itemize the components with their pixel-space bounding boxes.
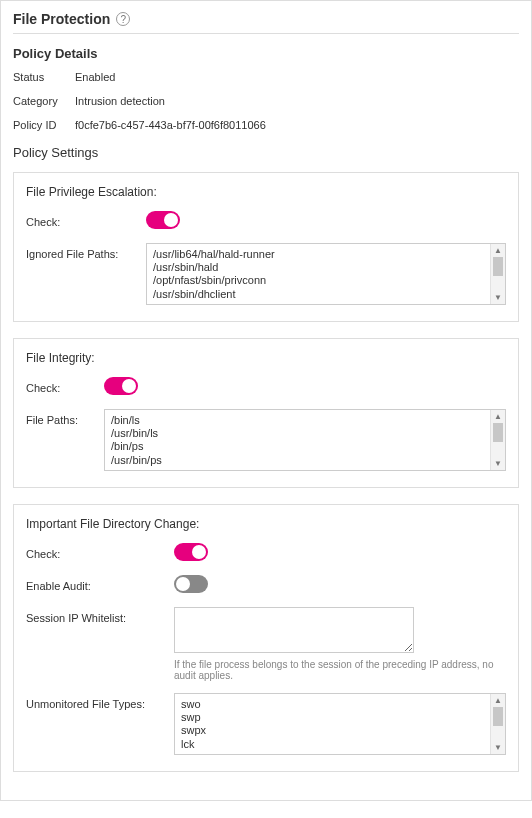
scroll-down-icon[interactable]: ▼ [491,741,505,754]
escalation-ignored-row: Ignored File Paths: /usr/lib64/hal/hald-… [26,243,506,305]
list-item[interactable]: /bin/ls [111,414,484,427]
page-title: File Protection [13,11,110,27]
scroll-thumb[interactable] [493,707,503,726]
list-item[interactable]: swp [181,711,484,724]
status-value: Enabled [75,71,115,83]
escalation-ignored-label: Ignored File Paths: [26,243,146,260]
dirchange-types-listbox[interactable]: swo swp swpx lck ▲ ▼ [174,693,506,755]
panel-integrity: File Integrity: Check: File Paths: /bin/… [13,338,519,488]
help-icon[interactable]: ? [116,12,130,26]
dirchange-types-label: Unmonitored File Types: [26,693,174,710]
dirchange-whitelist-row: Session IP Whitelist: If the file proces… [26,607,506,681]
integrity-paths-label: File Paths: [26,409,104,426]
escalation-ignored-content[interactable]: /usr/lib64/hal/hald-runner /usr/sbin/hal… [147,244,490,304]
scrollbar[interactable]: ▲ ▼ [490,244,505,304]
detail-row-category: Category Intrusion detection [13,95,519,107]
dirchange-check-toggle[interactable] [174,543,208,561]
integrity-paths-content[interactable]: /bin/ls /usr/bin/ls /bin/ps /usr/bin/ps [105,410,490,470]
panel-escalation: File Privilege Escalation: Check: Ignore… [13,172,519,322]
whitelist-hint: If the file process belongs to the sessi… [174,659,506,681]
settings-section-title: Policy Settings [13,145,519,160]
list-item[interactable]: /opt/nfast/sbin/privconn [153,274,484,287]
scroll-down-icon[interactable]: ▼ [491,291,505,304]
list-item[interactable]: /usr/lib64/hal/hald-runner [153,248,484,261]
escalation-check-row: Check: [26,211,506,231]
integrity-check-label: Check: [26,377,104,394]
list-item[interactable]: swo [181,698,484,711]
dirchange-audit-toggle[interactable] [174,575,208,593]
escalation-check-label: Check: [26,211,146,228]
scroll-up-icon[interactable]: ▲ [491,244,505,257]
status-label: Status [13,71,75,83]
scroll-thumb[interactable] [493,423,503,442]
detail-row-status: Status Enabled [13,71,519,83]
page: File Protection ? Policy Details Status … [0,0,532,801]
policy-id-label: Policy ID [13,119,75,131]
scroll-thumb[interactable] [493,257,503,276]
list-item[interactable]: /usr/bin/ls [111,427,484,440]
dirchange-types-content[interactable]: swo swp swpx lck [175,694,490,754]
dirchange-check-label: Check: [26,543,174,560]
dirchange-whitelist-label: Session IP Whitelist: [26,607,174,624]
panel-dirchange: Important File Directory Change: Check: … [13,504,519,772]
details-section-title: Policy Details [13,46,519,61]
integrity-check-row: Check: [26,377,506,397]
scroll-up-icon[interactable]: ▲ [491,410,505,423]
scroll-track[interactable] [491,707,505,741]
list-item[interactable]: swpx [181,724,484,737]
dirchange-title: Important File Directory Change: [26,517,506,531]
list-item[interactable]: /usr/bin/ps [111,454,484,467]
list-item[interactable]: /usr/sbin/hald [153,261,484,274]
escalation-title: File Privilege Escalation: [26,185,506,199]
settings-section: Policy Settings File Privilege Escalatio… [13,145,519,772]
integrity-paths-listbox[interactable]: /bin/ls /usr/bin/ls /bin/ps /usr/bin/ps … [104,409,506,471]
dirchange-audit-label: Enable Audit: [26,575,174,592]
scroll-down-icon[interactable]: ▼ [491,457,505,470]
integrity-paths-row: File Paths: /bin/ls /usr/bin/ls /bin/ps … [26,409,506,471]
scroll-track[interactable] [491,423,505,457]
list-item[interactable]: /bin/ps [111,440,484,453]
category-label: Category [13,95,75,107]
dirchange-types-row: Unmonitored File Types: swo swp swpx lck… [26,693,506,755]
dirchange-check-row: Check: [26,543,506,563]
policy-id-value: f0cfe7b6-c457-443a-bf7f-00f6f8011066 [75,119,266,131]
list-item[interactable]: lck [181,738,484,751]
integrity-title: File Integrity: [26,351,506,365]
scroll-track[interactable] [491,257,505,291]
scrollbar[interactable]: ▲ ▼ [490,410,505,470]
scroll-up-icon[interactable]: ▲ [491,694,505,707]
detail-row-policy-id: Policy ID f0cfe7b6-c457-443a-bf7f-00f6f8… [13,119,519,131]
session-ip-whitelist-input[interactable] [174,607,414,653]
integrity-check-toggle[interactable] [104,377,138,395]
list-item[interactable]: /usr/sbin/dhclient [153,288,484,301]
dirchange-audit-row: Enable Audit: [26,575,506,595]
escalation-ignored-listbox[interactable]: /usr/lib64/hal/hald-runner /usr/sbin/hal… [146,243,506,305]
scrollbar[interactable]: ▲ ▼ [490,694,505,754]
divider [13,33,519,34]
category-value: Intrusion detection [75,95,165,107]
page-title-row: File Protection ? [13,11,519,27]
escalation-check-toggle[interactable] [146,211,180,229]
